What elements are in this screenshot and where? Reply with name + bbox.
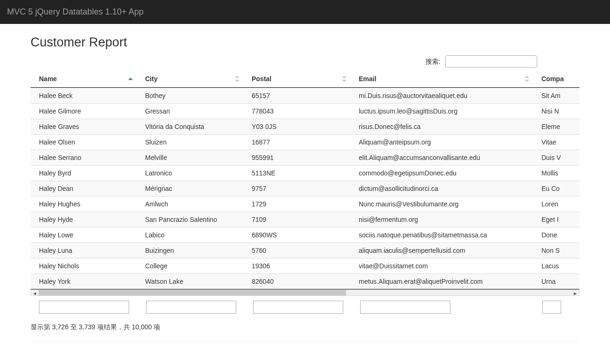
scroll-left-icon[interactable]: ◄ (32, 291, 37, 296)
column-header-city[interactable]: City (137, 70, 243, 88)
column-header-postal[interactable]: Postal (243, 70, 350, 88)
cell-city: Mérignac (137, 181, 243, 196)
table-scroll-body[interactable]: Halee BeckBothey65157mi.Duis.risus@aucto… (31, 88, 579, 289)
table-row[interactable]: Haley HughesAmlwch1729Nunc.mauris@Vestib… (31, 196, 579, 212)
cell-name: Haley Hyde (31, 212, 137, 227)
cell-email: mi.Duis.risus@auctorvitaealiquet.edu (350, 88, 533, 103)
cell-company: Sit Am (533, 88, 579, 103)
table-row[interactable]: Haley YorkWatson Lake826040metus.Aliquam… (31, 273, 579, 289)
cell-email: vitae@Duissitamet.com (350, 258, 533, 273)
cell-email: Aliquam@anteipsum.org (350, 134, 533, 150)
cell-postal: 9757 (243, 181, 350, 196)
column-header-company[interactable]: Compa (533, 70, 579, 88)
filter-input-name[interactable] (39, 301, 129, 314)
sort-both-icon (235, 76, 239, 82)
table-row[interactable]: Haley HydeSan Pancrazio Salentino7109nis… (31, 212, 579, 227)
table-row[interactable]: Halee OlsenSluizen16877Aliquam@anteipsum… (31, 134, 579, 150)
cell-email: metus.Aliquam.erat@aliquetProinvelit.com (350, 273, 533, 289)
navbar: MVC 5 jQuery Datatables 1.10+ App (0, 0, 610, 24)
filter-input-company[interactable] (542, 301, 561, 314)
table-row[interactable]: Halee GravesVitória da ConquistaY03 0JSr… (31, 119, 579, 134)
cell-city: Labico (137, 227, 243, 243)
cell-city: Gressan (137, 103, 243, 119)
search-label: 搜索: (425, 58, 440, 65)
column-header-label: Name (39, 75, 57, 83)
cell-name: Halee Serrano (31, 150, 137, 165)
cell-email: nisi@fermentum.org (350, 212, 533, 227)
scroll-right-icon[interactable]: ► (573, 291, 578, 296)
cell-name: Halee Olsen (31, 134, 137, 150)
cell-company: Loren (533, 196, 579, 212)
scrollbar-thumb[interactable] (39, 290, 346, 296)
cell-name: Haley Lowe (31, 227, 137, 243)
cell-city: Vitória da Conquista (137, 119, 243, 134)
cell-city: Amlwch (137, 196, 243, 212)
column-header-name[interactable]: Name (31, 70, 137, 88)
cell-name: Halee Graves (31, 119, 137, 134)
cell-name: Halee Beck (31, 88, 137, 103)
table-row[interactable]: Haley NicholsCollege19306vitae@Duissitam… (31, 258, 579, 273)
table-row[interactable]: Haley DeanMérignac9757dictum@asollicitud… (31, 181, 579, 196)
cell-email: luctus.ipsum.leo@sagittisDuis.org (350, 103, 533, 119)
cell-city: San Pancrazio Salentino (137, 212, 243, 227)
table-row[interactable]: Halee GilmoreGressan778043luctus.ipsum.l… (31, 103, 579, 119)
cell-postal: 826040 (243, 273, 350, 289)
cell-company: Eu Co (533, 181, 579, 196)
table-row[interactable]: Haley ByrdLatronico5113NEcommodo@egetips… (31, 165, 579, 181)
cell-postal: 5760 (243, 243, 350, 258)
table-header-row: Name City Postal Email (31, 70, 579, 88)
cell-name: Haley Hughes (31, 196, 137, 212)
cell-city: College (137, 258, 243, 273)
cell-name: Haley Byrd (31, 165, 137, 181)
filter-input-email[interactable] (360, 301, 450, 314)
cell-city: Bothey (137, 88, 243, 103)
cell-name: Haley Dean (31, 181, 137, 196)
cell-postal: 955991 (243, 150, 350, 165)
navbar-brand[interactable]: MVC 5 jQuery Datatables 1.10+ App (7, 0, 144, 24)
cell-company: Lacus (533, 258, 579, 273)
cell-city: Sluizen (137, 134, 243, 150)
cell-email: Nunc.mauris@Vestibulumante.org (350, 196, 533, 212)
cell-postal: 16877 (243, 134, 350, 150)
cell-email: dictum@asollicitudinorci.ca (350, 181, 533, 196)
cell-company: Eleme (533, 119, 579, 134)
cell-postal: Y03 0JS (243, 119, 350, 134)
cell-company: Mollis (533, 165, 579, 181)
cell-email: sociis.natoque.penatibus@sitametmassa.ca (350, 227, 533, 243)
filter-input-postal[interactable] (253, 301, 343, 314)
table-row[interactable]: Haley LunaBuizingen5760aliquam.iaculis@s… (31, 243, 579, 258)
horizontal-scrollbar[interactable]: ◄ ► (31, 289, 579, 296)
cell-email: commodo@egetipsumDonec.edu (350, 165, 533, 181)
cell-company: Eget I (533, 212, 579, 227)
filter-input-city[interactable] (146, 301, 236, 314)
cell-company: Vitae (533, 134, 579, 150)
cell-email: aliquam.iaculis@sempertellusid.com (350, 243, 533, 258)
column-header-label: City (145, 75, 157, 83)
sort-asc-icon (128, 78, 133, 80)
column-header-label: Postal (252, 75, 271, 83)
cell-postal: 6890WS (243, 227, 350, 243)
page-title: Customer Report (31, 35, 579, 50)
table-row[interactable]: Haley LoweLabico6890WSsociis.natoque.pen… (31, 227, 579, 243)
cell-postal: 1729 (243, 196, 350, 212)
cell-postal: 19306 (243, 258, 350, 273)
table-row[interactable]: Halee BeckBothey65157mi.Duis.risus@aucto… (31, 88, 579, 103)
cell-name: Haley York (31, 273, 137, 289)
table-footer-row (31, 296, 579, 317)
search-input[interactable] (445, 55, 537, 68)
cell-name: Haley Luna (31, 243, 137, 258)
column-header-email[interactable]: Email (350, 70, 533, 88)
cell-postal: 7109 (243, 212, 350, 227)
cell-postal: 5113NE (243, 165, 350, 181)
divider (31, 341, 579, 341)
table-row[interactable]: Halee SerranoMelville955991elit.Aliquam@… (31, 150, 579, 165)
cell-city: Buizingen (137, 243, 243, 258)
cell-city: Melville (137, 150, 243, 165)
cell-city: Latronico (137, 165, 243, 181)
search-filter: 搜索: (31, 55, 579, 68)
cell-company: Nisi N (533, 103, 579, 119)
cell-city: Watson Lake (137, 273, 243, 289)
cell-email: risus.Donec@felis.ca (350, 119, 533, 134)
column-header-label: Email (359, 75, 376, 83)
sort-both-icon (525, 76, 529, 82)
